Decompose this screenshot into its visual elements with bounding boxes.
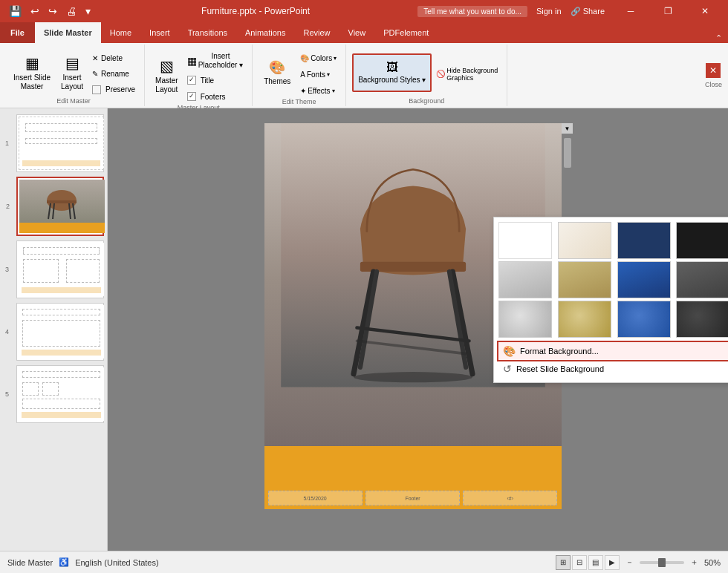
slide-thumb-4[interactable]: 4 xyxy=(16,303,104,361)
redo-icon[interactable]: ↪ xyxy=(45,4,60,19)
bg-swatch-3[interactable] xyxy=(617,222,671,259)
sign-in-btn[interactable]: Sign in xyxy=(536,7,562,16)
themes-button[interactable]: 🎨 Themes xyxy=(259,53,296,92)
close-button[interactable]: ✕ xyxy=(688,0,722,22)
slide-num-4: 4 xyxy=(5,328,9,335)
print-icon[interactable]: 🖨 xyxy=(63,4,79,19)
zoom-out-icon[interactable]: － xyxy=(625,557,634,568)
tab-slide-master[interactable]: Slide Master xyxy=(35,22,101,43)
bg-swatch-11[interactable] xyxy=(617,301,671,338)
tab-home[interactable]: Home xyxy=(101,22,140,43)
tab-review[interactable]: Review xyxy=(294,22,339,43)
bg-swatch-10[interactable] xyxy=(558,301,611,338)
restore-button[interactable]: ❐ xyxy=(651,0,685,22)
status-bar: Slide Master ♿ English (United States) ⊞… xyxy=(0,551,728,573)
background-styles-button[interactable]: 🖼 Background Styles ▾ xyxy=(352,53,432,92)
zoom-slider[interactable] xyxy=(640,561,684,564)
format-bg-label: Format Background... xyxy=(520,347,599,356)
bg-swatch-6[interactable] xyxy=(558,261,611,298)
footer-num-field: ‹#› xyxy=(463,491,557,505)
accessibility-icon[interactable]: ♿ xyxy=(59,557,69,567)
background-styles-dropdown: 🎨 Format Background... ↺ Reset Slide Bac… xyxy=(493,217,728,383)
format-bg-icon: 🎨 xyxy=(503,345,516,357)
ribbon-expand-icon[interactable]: ⌃ xyxy=(715,33,722,43)
preserve-checkbox[interactable] xyxy=(92,85,101,94)
normal-view-btn[interactable]: ⊞ xyxy=(556,555,571,570)
window-title: Furniture.pptx - PowerPoint xyxy=(94,6,417,16)
close-master-area: ✕ Close xyxy=(705,45,725,106)
slide-thumb-2[interactable]: 2 xyxy=(16,177,104,236)
format-background-menuitem[interactable]: 🎨 Format Background... xyxy=(498,342,728,360)
effects-dropdown[interactable]: ✦ Effects ▾ xyxy=(297,83,339,98)
minimize-button[interactable]: ─ xyxy=(614,0,648,22)
slideshow-btn[interactable]: ▶ xyxy=(605,555,620,570)
reading-view-btn[interactable]: ▤ xyxy=(588,555,603,570)
bg-styles-icon: 🖼 xyxy=(386,61,398,74)
svg-point-14 xyxy=(354,372,472,382)
master-layout-button[interactable]: ▧ MasterLayout xyxy=(151,55,183,96)
undo-icon[interactable]: ↩ xyxy=(27,4,42,19)
bg-swatch-1[interactable] xyxy=(498,222,552,259)
insert-slide-master-label: Insert SlideMaster xyxy=(13,73,51,91)
bg-swatch-9[interactable] xyxy=(498,301,552,338)
title-checkbox[interactable] xyxy=(187,76,196,85)
tab-transitions[interactable]: Transitions xyxy=(179,22,236,43)
footer-date-field: 5/15/2020 xyxy=(268,491,363,505)
fonts-arrow: ▾ xyxy=(327,71,330,78)
background-buttons: 🖼 Background Styles ▾ 🚫 Hide BackgroundG… xyxy=(352,45,501,97)
slide-sorter-btn[interactable]: ⊟ xyxy=(572,555,587,570)
delete-button[interactable]: ✕ Delete xyxy=(89,51,138,66)
quick-access-dropdown[interactable]: ▾ xyxy=(82,4,94,19)
bg-swatch-4[interactable] xyxy=(676,222,728,259)
slide-thumb-5[interactable]: 5 xyxy=(16,365,104,423)
zoom-level[interactable]: 50% xyxy=(704,558,721,567)
title-checkbox-btn[interactable]: Title xyxy=(184,73,218,88)
tab-file[interactable]: File xyxy=(0,22,35,43)
background-group: 🖼 Background Styles ▾ 🚫 Hide BackgroundG… xyxy=(346,45,507,106)
preserve-button[interactable]: Preserve xyxy=(89,82,138,97)
insert-layout-button[interactable]: ▤ InsertLayout xyxy=(56,52,88,94)
edit-master-small-buttons: ✕ Delete ✎ Rename Preserve xyxy=(89,48,138,97)
close-master-button[interactable]: ✕ xyxy=(706,63,721,78)
footers-checkbox[interactable] xyxy=(187,92,196,101)
footers-checkbox-btn[interactable]: Footers xyxy=(184,89,229,104)
delete-label: Delete xyxy=(101,54,123,62)
edit-master-group: ▦ Insert SlideMaster ▤ InsertLayout ✕ De… xyxy=(3,45,145,106)
bg-swatch-8[interactable] xyxy=(676,261,728,298)
insert-slide-master-button[interactable]: ▦ Insert SlideMaster xyxy=(9,52,55,94)
tab-animations[interactable]: Animations xyxy=(236,22,294,43)
rename-label: Rename xyxy=(101,70,129,78)
zoom-in-icon[interactable]: ＋ xyxy=(690,557,698,568)
insert-placeholder-button[interactable]: ▦ InsertPlaceholder ▾ xyxy=(184,50,247,71)
scroll-down-arrow[interactable]: ▼ xyxy=(562,123,573,134)
ribbon-tab-row: File Slide Master Home Insert Transition… xyxy=(0,22,728,43)
edit-master-group-label: Edit Master xyxy=(56,97,91,106)
fonts-dropdown[interactable]: A Fonts ▾ xyxy=(297,67,339,82)
hide-bg-graphics-btn[interactable]: 🚫 Hide BackgroundGraphics xyxy=(433,67,501,82)
slide-num-2: 2 xyxy=(6,203,10,210)
footers-label: Footers xyxy=(201,93,226,101)
right-scrollbar[interactable]: ▲ ▼ xyxy=(562,123,572,134)
save-icon[interactable]: 💾 xyxy=(6,4,25,19)
tell-me-box[interactable]: Tell me what you want to do... xyxy=(417,6,527,17)
tab-view[interactable]: View xyxy=(339,22,375,43)
colors-dropdown[interactable]: 🎨 Colors ▾ xyxy=(297,50,339,65)
bg-swatch-7[interactable] xyxy=(617,261,671,298)
title-bar: 💾 ↩ ↪ 🖨 ▾ Furniture.pptx - PowerPoint Te… xyxy=(0,0,728,22)
insert-slide-master-icon: ▦ xyxy=(25,54,39,72)
scroll-thumb[interactable] xyxy=(564,138,571,168)
tab-insert[interactable]: Insert xyxy=(140,22,179,43)
reset-slide-background-menuitem[interactable]: ↺ Reset Slide Background xyxy=(498,360,728,378)
bg-swatch-5[interactable] xyxy=(498,261,552,298)
slide-thumb-1[interactable]: 1 xyxy=(16,114,104,172)
rename-button[interactable]: ✎ Rename xyxy=(89,67,138,82)
svg-rect-1 xyxy=(47,200,77,203)
bg-swatch-12[interactable] xyxy=(676,301,728,338)
effects-arrow: ▾ xyxy=(332,88,335,94)
tab-pdfelement[interactable]: PDFelement xyxy=(374,22,438,43)
slide-inner-4 xyxy=(19,305,104,358)
slide-thumb-3[interactable]: 3 xyxy=(16,240,104,298)
insert-layout-label: InsertLayout xyxy=(61,73,83,91)
bg-swatch-2[interactable] xyxy=(558,222,611,259)
share-btn[interactable]: 🔗 Share xyxy=(571,7,605,16)
